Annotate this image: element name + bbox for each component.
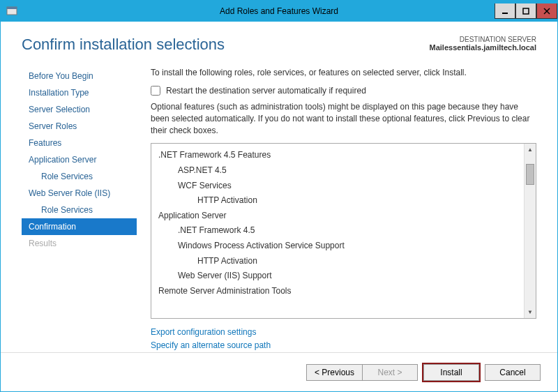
feature-item[interactable]: Windows Process Activation Service Suppo… xyxy=(158,239,517,254)
nav-item-server-selection[interactable]: Server Selection xyxy=(22,101,137,118)
titlebar: Add Roles and Features Wizard xyxy=(1,1,557,22)
install-button[interactable]: Install xyxy=(423,364,479,381)
page-title: Confirm installation selections xyxy=(22,36,225,54)
feature-item[interactable]: .NET Framework 4.5 Features xyxy=(158,148,517,163)
restart-checkbox-label: Restart the destination server automatic… xyxy=(166,86,366,96)
nav-item-role-services[interactable]: Role Services xyxy=(22,168,137,185)
footer: < Previous Next > Install Cancel xyxy=(1,352,557,391)
nav-button-pair: < Previous Next > xyxy=(306,364,418,381)
app-icon xyxy=(6,6,17,17)
export-config-link[interactable]: Export configuration settings xyxy=(151,327,256,337)
close-button[interactable] xyxy=(536,3,557,19)
previous-button[interactable]: < Previous xyxy=(306,364,362,381)
nav-item-web-server-role-iis-[interactable]: Web Server Role (IIS) xyxy=(22,185,137,202)
destination-label: DESTINATION SERVER xyxy=(430,36,536,43)
wizard-nav: Before You BeginInstallation TypeServer … xyxy=(22,61,137,352)
links-row: Export configuration settings Specify an… xyxy=(151,326,536,352)
maximize-button[interactable] xyxy=(515,3,536,19)
scroll-thumb[interactable] xyxy=(526,164,534,185)
body-row: Before You BeginInstallation TypeServer … xyxy=(1,61,557,352)
nav-item-role-services[interactable]: Role Services xyxy=(22,202,137,218)
window-title: Add Roles and Features Wizard xyxy=(220,6,338,16)
restart-checkbox[interactable] xyxy=(151,86,160,96)
nav-item-confirmation[interactable]: Confirmation xyxy=(22,218,137,235)
main-panel: To install the following roles, role ser… xyxy=(137,61,536,352)
nav-item-installation-type[interactable]: Installation Type xyxy=(22,84,137,101)
feature-item[interactable]: .NET Framework 4.5 xyxy=(158,223,517,239)
feature-item[interactable]: ASP.NET 4.5 xyxy=(158,163,517,179)
svg-rect-3 xyxy=(523,8,529,14)
svg-rect-1 xyxy=(7,7,17,9)
header-row: Confirm installation selections DESTINAT… xyxy=(1,22,557,61)
features-listbox: .NET Framework 4.5 FeaturesASP.NET 4.5WC… xyxy=(151,143,536,318)
features-list[interactable]: .NET Framework 4.5 FeaturesASP.NET 4.5WC… xyxy=(151,144,524,317)
alternate-source-link[interactable]: Specify an alternate source path xyxy=(151,340,271,350)
features-scrollbar[interactable]: ▲ ▼ xyxy=(524,144,536,317)
instruction-text: To install the following roles, role ser… xyxy=(151,68,536,77)
nav-item-results: Results xyxy=(22,235,137,252)
nav-item-features[interactable]: Features xyxy=(22,135,137,151)
window-controls xyxy=(495,3,557,19)
feature-item[interactable]: HTTP Activation xyxy=(158,254,517,269)
minimize-button[interactable] xyxy=(495,3,515,19)
feature-item[interactable]: Remote Server Administration Tools xyxy=(158,284,517,299)
nav-item-before-you-begin[interactable]: Before You Begin xyxy=(22,68,137,84)
feature-item[interactable]: Web Server (IIS) Support xyxy=(158,269,517,284)
scroll-up-button[interactable]: ▲ xyxy=(525,144,536,156)
optional-features-note: Optional features (such as administratio… xyxy=(151,101,536,136)
cancel-button[interactable]: Cancel xyxy=(485,364,541,381)
scroll-down-button[interactable]: ▼ xyxy=(525,306,536,318)
feature-item[interactable]: Application Server xyxy=(158,209,517,224)
next-button[interactable]: Next > xyxy=(362,364,418,381)
content-area: Confirm installation selections DESTINAT… xyxy=(1,22,557,391)
feature-item[interactable]: WCF Services xyxy=(158,179,517,194)
nav-item-application-server[interactable]: Application Server xyxy=(22,151,137,168)
restart-checkbox-row: Restart the destination server automatic… xyxy=(151,86,536,96)
destination-server: DESTINATION SERVER Mailessentials.jamilt… xyxy=(430,36,536,52)
scroll-track[interactable] xyxy=(525,156,536,306)
destination-name: Mailessentials.jamiltech.local xyxy=(430,43,536,52)
feature-item[interactable]: HTTP Activation xyxy=(158,193,517,209)
wizard-window: Add Roles and Features Wizard Confirm in… xyxy=(0,0,558,392)
nav-item-server-roles[interactable]: Server Roles xyxy=(22,118,137,135)
